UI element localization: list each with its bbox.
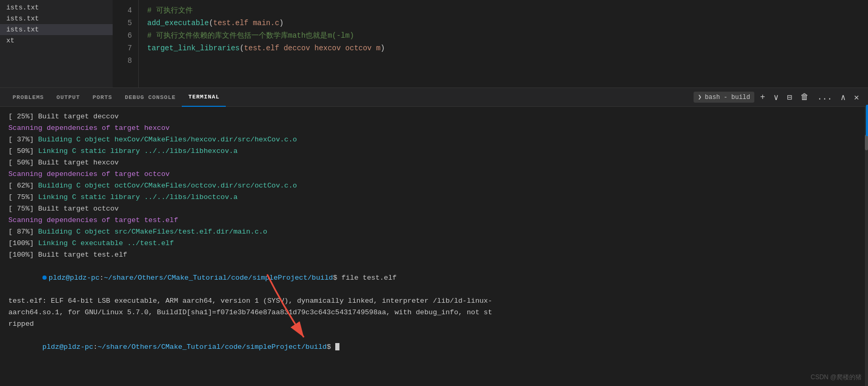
terminal-badge[interactable]: ❯ bash - build bbox=[694, 92, 754, 103]
prompt-dot bbox=[42, 275, 47, 280]
sidebar-item-2[interactable]: ists.txt bbox=[0, 13, 113, 24]
prompt2-path: ~/share/Others/CMake_Tutorial/code/simpl… bbox=[97, 343, 326, 351]
code-line-8 bbox=[147, 54, 860, 67]
prompt-path: ~/share/Others/CMake_Tutorial/code/simpl… bbox=[104, 274, 333, 282]
more-options-button[interactable]: ... bbox=[815, 92, 835, 103]
term-line-6: Scanning dependencies of target octcov bbox=[8, 169, 860, 180]
line-num-7: 7 bbox=[113, 42, 132, 54]
term-line-4: [ 50%] Linking C static library ../../li… bbox=[8, 146, 860, 157]
term-line-2: Scanning dependencies of target hexcov bbox=[8, 123, 860, 134]
delete-terminal-button[interactable]: 🗑 bbox=[798, 91, 811, 103]
watermark: CSDN @爬楼的猪 bbox=[810, 373, 862, 382]
term-line-12: [100%] Linking C executable ../test.elf bbox=[8, 238, 860, 249]
tab-terminal[interactable]: TERMINAL bbox=[182, 88, 226, 107]
add-terminal-button[interactable]: + bbox=[757, 92, 768, 103]
maximize-button[interactable]: ∧ bbox=[838, 91, 849, 104]
tab-output[interactable]: OUTPUT bbox=[50, 88, 86, 107]
tab-problems[interactable]: PROBLEMS bbox=[6, 88, 50, 107]
prompt-dollar: $ file test.elf bbox=[333, 274, 397, 282]
term-line-9: [ 75%] Built target octcov bbox=[8, 203, 860, 215]
sidebar-item-4[interactable]: xt bbox=[0, 35, 113, 46]
editor-area: ists.txt ists.txt ists.txt xt 4 5 6 7 8 … bbox=[0, 0, 868, 88]
terminal-controls: ❯ bash - build + ∨ ⊟ 🗑 ... ∧ ✕ bbox=[694, 91, 862, 104]
split-terminal-button[interactable]: ⊟ bbox=[784, 91, 795, 104]
code-editor[interactable]: # 可执行文件 add_executable(test.elf main.c) … bbox=[139, 0, 868, 87]
term-line-3: [ 37%] Building C object hexCov/CMakeFil… bbox=[8, 134, 860, 146]
tab-debug-console[interactable]: DEBUG CONSOLE bbox=[118, 88, 182, 107]
cursor-block bbox=[335, 343, 339, 350]
term-line-17: ripped bbox=[8, 318, 860, 330]
terminal-content[interactable]: [ 25%] Built target deccov Scanning depe… bbox=[0, 107, 868, 369]
accent-bar bbox=[866, 105, 868, 136]
term-line-10: Scanning dependencies of target test.elf bbox=[8, 215, 860, 226]
sidebar-item-3[interactable]: ists.txt bbox=[0, 24, 113, 35]
tab-ports[interactable]: PORTS bbox=[86, 88, 118, 107]
tab-bar: PROBLEMS OUTPUT PORTS DEBUG CONSOLE TERM… bbox=[0, 88, 868, 107]
prompt-user: pldz@pldz-pc bbox=[49, 274, 100, 282]
term-line-5: [ 50%] Built target hexcov bbox=[8, 157, 860, 169]
code-line-5: add_executable(test.elf main.c) bbox=[147, 17, 860, 29]
term-line-11: [ 87%] Building C object src/CMakeFiles/… bbox=[8, 226, 860, 238]
terminal-badge-label: bash - build bbox=[705, 94, 750, 101]
term-line-1: [ 25%] Built target deccov bbox=[8, 111, 860, 123]
term-line-15: test.elf: ELF 64-bit LSB executable, ARM… bbox=[8, 295, 860, 307]
term-line-18: pldz@pldz-pc:~/share/Others/CMake_Tutori… bbox=[8, 330, 860, 365]
code-line-7: target_link_libraries(test.elf deccov he… bbox=[147, 42, 860, 54]
line-num-5: 5 bbox=[113, 17, 132, 29]
code-line-4: # 可执行文件 bbox=[147, 4, 860, 17]
term-line-8: [ 75%] Linking C static library ../../li… bbox=[8, 192, 860, 203]
prompt-colon: : bbox=[100, 274, 104, 282]
line-num-4: 4 bbox=[113, 4, 132, 17]
close-terminal-button[interactable]: ✕ bbox=[851, 91, 862, 104]
terminal-badge-icon: ❯ bbox=[698, 93, 701, 101]
prompt2-colon: : bbox=[93, 343, 97, 351]
chevron-down-icon[interactable]: ∨ bbox=[771, 91, 782, 104]
code-line-6: # 可执行文件依赖的库文件包括一个数学库math也就是m(-lm) bbox=[147, 29, 860, 42]
prompt2-dollar: $ bbox=[327, 343, 335, 351]
line-num-6: 6 bbox=[113, 29, 132, 42]
terminal-panel: PROBLEMS OUTPUT PORTS DEBUG CONSOLE TERM… bbox=[0, 88, 868, 386]
scrollbar[interactable] bbox=[865, 107, 868, 386]
prompt2-user: pldz@pldz-pc bbox=[42, 343, 93, 351]
line-numbers: 4 5 6 7 8 bbox=[113, 0, 139, 87]
sidebar-item-1[interactable]: ists.txt bbox=[0, 2, 113, 13]
terminal-wrapper: [ 25%] Built target deccov Scanning depe… bbox=[0, 107, 868, 386]
line-num-8: 8 bbox=[113, 54, 132, 67]
sidebar: ists.txt ists.txt ists.txt xt bbox=[0, 0, 113, 87]
term-line-14: pldz@pldz-pc:~/share/Others/CMake_Tutori… bbox=[8, 261, 860, 295]
term-line-7: [ 62%] Building C object octCov/CMakeFil… bbox=[8, 180, 860, 192]
term-line-16: aarch64.so.1, for GNU/Linux 5.7.0, Build… bbox=[8, 307, 860, 318]
term-line-13: [100%] Built target test.elf bbox=[8, 249, 860, 261]
scrollbar-thumb[interactable] bbox=[865, 135, 868, 150]
